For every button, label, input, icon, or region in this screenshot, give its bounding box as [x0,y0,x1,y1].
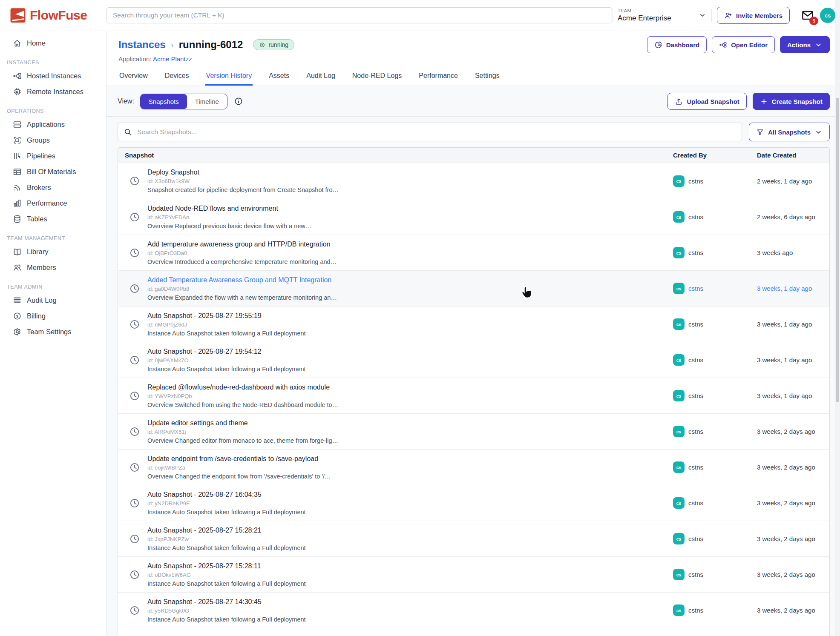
table-row[interactable]: Auto Snapshot - 2025-08-27 16:04:35 id: … [118,485,829,521]
date-created: 3 weeks, 2 days ago [757,571,829,578]
snapshot-filter-button[interactable]: All Snapshots [749,123,830,141]
sidebar-item-label: Hosted Instances [27,72,81,80]
actions-button[interactable]: Actions [780,36,830,53]
created-by-name: cstns [688,499,703,507]
snapshot-title: Auto Snapshot - 2025-08-27 19:55:19 [147,312,306,320]
funnel-icon [756,128,764,136]
invite-members-button[interactable]: Invite Members [717,7,790,24]
members-icon [13,263,22,272]
sidebar-item-billing[interactable]: $Billing [0,308,106,324]
tab-devices[interactable]: Devices [164,69,190,86]
table-row[interactable]: Replaced @flowfuse/node-red-dashboard wi… [118,378,829,413]
hosted-instances-icon [13,72,22,80]
clock-icon [129,283,140,294]
upload-snapshot-label: Upload Snapshot [687,98,739,105]
table-row[interactable]: Add temperature awareness group and HTTP… [118,235,829,270]
sidebar-item-home[interactable]: Home [0,35,106,51]
sidebar-item-applications[interactable]: Applications [0,117,106,132]
snapshot-description: Overview Changed the endpoint flow from … [147,473,331,480]
create-snapshot-button[interactable]: Create Snapshot [753,93,830,110]
tab-label: Settings [475,72,500,79]
table-row[interactable]: Add HTTP endpoint for saving credentials… [118,628,829,636]
sidebar-item-library[interactable]: Library [0,244,106,260]
date-created: 2 weeks, 1 day ago [757,178,829,185]
snapshot-id: id: aKZPYvEDAn [147,214,311,221]
sidebar-item-label: Members [27,264,56,272]
date-created: 3 weeks, 1 day ago [757,321,829,328]
view-option-snapshots[interactable]: Snapshots [141,94,187,109]
sidebar-item-audit-log[interactable]: Audit Log [0,292,106,308]
table-row[interactable]: Updated Node-RED flows and environment i… [118,199,829,235]
tab-node-red-logs[interactable]: Node-RED Logs [351,69,403,86]
tables-icon [13,215,22,223]
tab-version-history[interactable]: Version History [205,69,253,86]
topbar: FlowFuse TEAM: Acme Enterprise Invite Me… [0,0,840,31]
clock-icon [129,533,140,544]
global-search-input[interactable] [106,7,612,23]
invite-members-label: Invite Members [736,12,782,19]
snapshot-description: Instance Auto Snapshot taken following a… [147,544,306,551]
snapshot-description: Instance Auto Snapshot taken following a… [147,580,306,587]
table-row[interactable]: Update editor settings and theme id: AlR… [118,413,829,449]
table-row[interactable]: Auto Snapshot - 2025-08-27 15:28:11 id: … [118,556,829,592]
created-by-name: cstns [688,249,703,256]
dashboard-label: Dashboard [666,41,699,49]
sidebar-item-hosted-instances[interactable]: Hosted Instances [0,68,106,84]
sidebar-item-pipelines[interactable]: Pipelines [0,148,106,164]
table-row[interactable]: Deploy Snapshot id: X3o6Bw1k9W Snapshot … [118,163,829,199]
sidebar-item-label: Remote Instances [27,88,83,96]
table-header: Snapshot Created By Date Created [118,148,829,163]
info-icon[interactable] [234,97,243,106]
dashboard-button[interactable]: Dashboard [647,36,707,53]
team-selector[interactable]: TEAM: Acme Enterprise [618,8,706,23]
snapshot-title: Auto Snapshot - 2025-08-27 14:30:45 [147,598,306,606]
user-avatar: cs [673,533,685,544]
flowfuse-logo[interactable]: FlowFuse [10,8,106,23]
chevron-down-icon [699,11,706,19]
table-row[interactable]: Auto Snapshot - 2025-08-27 19:55:19 id: … [118,306,829,342]
date-created: 3 weeks ago [757,249,829,256]
divider [711,9,712,22]
table-row[interactable]: Auto Snapshot - 2025-08-27 14:30:45 id: … [118,592,829,628]
snapshot-description: Overview Changed editor from monaco to a… [147,437,338,444]
breadcrumb-instances-link[interactable]: Instances [118,39,166,51]
notifications-button[interactable]: 5 [800,9,815,22]
sidebar-item-bill-of-materials[interactable]: Bill Of Materials [0,164,106,180]
date-created: 3 weeks, 2 days ago [757,428,829,435]
table-row[interactable]: Auto Snapshot - 2025-08-27 19:54:12 id: … [118,342,829,378]
groups-icon [13,136,22,145]
tab-label: Overview [119,72,148,79]
user-avatar: cs [673,283,685,294]
performance-icon [13,199,22,208]
view-option-timeline[interactable]: Timeline [187,94,227,109]
sidebar-item-members[interactable]: Members [0,260,106,275]
sidebar-item-groups[interactable]: Groups [0,132,106,148]
tab-settings[interactable]: Settings [474,69,501,86]
application-link[interactable]: Acme Plantzz [153,55,192,63]
sidebar-item-performance[interactable]: Performance [0,195,106,211]
sidebar-item-team-settings[interactable]: Team Settings [0,324,106,340]
tab-assets[interactable]: Assets [268,69,290,86]
snapshot-title: Auto Snapshot - 2025-08-27 19:54:12 [147,348,306,355]
audit-log-icon [13,296,22,305]
sidebar-item-tables[interactable]: Tables [0,211,106,227]
snapshot-title: Auto Snapshot - 2025-08-27 15:28:21 [147,527,306,534]
tab-audit-log[interactable]: Audit Log [305,69,336,86]
user-avatar-topbar[interactable]: cs [820,8,835,23]
tab-performance[interactable]: Performance [418,69,459,86]
table-row[interactable]: Auto Snapshot - 2025-08-27 15:28:21 id: … [118,521,829,556]
clock-icon [129,605,140,616]
table-row[interactable]: Added Temperature Awareness Group and MQ… [118,270,829,306]
scrollbar-thumb[interactable] [836,98,839,402]
sidebar-item-brokers[interactable]: Brokers [0,180,106,195]
upload-snapshot-button[interactable]: Upload Snapshot [667,93,746,110]
tab-overview[interactable]: Overview [118,69,149,86]
snapshot-id: id: YWVPzN0PQb [147,393,338,399]
tab-label: Node-RED Logs [352,72,402,79]
sidebar-section-label: OPERATIONS [7,108,106,114]
sidebar-item-label: Team Settings [27,328,72,336]
snapshot-search-input[interactable] [136,128,736,136]
open-editor-button[interactable]: Open Editor [712,36,775,53]
table-row[interactable]: Update endpoint from /save-credentials t… [118,449,829,485]
sidebar-item-remote-instances[interactable]: Remote Instances [0,84,106,100]
